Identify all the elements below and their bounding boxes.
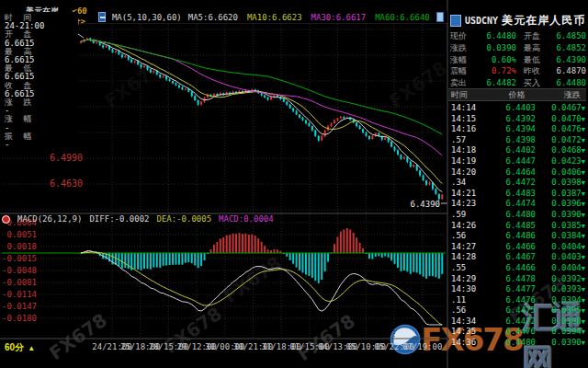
candle-body	[159, 75, 161, 77]
macd-hist-bar	[169, 253, 171, 265]
tick-row[interactable]: 14:276.44660.0404▼	[448, 242, 586, 253]
tick-price: 6.4478	[484, 274, 536, 285]
tick-price: 6.4480	[484, 338, 536, 349]
period-selector[interactable]: 60分 ▲	[5, 341, 35, 354]
candle-body	[419, 170, 421, 175]
tick-change: 0.0404▼	[536, 242, 586, 253]
tick-row[interactable]: 14:266.44850.0385▼	[448, 221, 586, 232]
ma-legend-item: MA60:6.6640	[375, 13, 430, 22]
tick-row[interactable]: .566.44750.0395▼	[448, 305, 586, 316]
tick-price: 6.4467	[484, 252, 536, 263]
tick-time: 14:29	[448, 274, 484, 285]
tick-price: 6.4464	[484, 167, 536, 178]
tick-row[interactable]: .556.44660.0404▼	[448, 263, 586, 274]
tick-time: 14:21	[448, 189, 484, 200]
macd-hist-bar	[336, 236, 338, 253]
tick-row[interactable]: .576.43980.0472▼	[448, 135, 586, 146]
ma-legend: MA5:6.6620MA10:6.6623MA30:6.6617MA60:6.6…	[188, 13, 430, 22]
tick-time: .55	[448, 263, 484, 274]
tick-change: 0.0406▼	[536, 167, 586, 178]
macd-hist-bar	[318, 253, 320, 283]
macd-hist-bar	[181, 253, 183, 265]
tick-row[interactable]: 14:156.43920.0470▼	[448, 114, 586, 125]
tick-row[interactable]: 14:286.44670.0403▼	[448, 252, 586, 263]
tick-row[interactable]: .346.44720.0398▼	[448, 178, 586, 189]
tick-row[interactable]: 14:236.44740.0396▼	[448, 199, 586, 210]
macd-hist-bar	[235, 234, 237, 253]
candle-body	[200, 102, 202, 105]
tick-row[interactable]: 14:306.44770.0393▼	[448, 284, 586, 295]
candle-body	[106, 46, 107, 48]
quote-doc-icon[interactable]	[450, 15, 461, 27]
tick-row[interactable]: 14:296.44780.0392▼	[448, 274, 586, 285]
quote-field-value: 6.4480	[474, 30, 516, 42]
candle-body	[343, 117, 345, 119]
macd-hist-bar	[305, 253, 307, 274]
macd-hist-bar	[165, 253, 167, 266]
tick-change: 0.0398▼	[536, 316, 586, 328]
tick-row[interactable]: 14:146.44030.0467▼	[448, 103, 586, 114]
macd-hist-bar	[277, 249, 278, 253]
candle-body	[181, 87, 183, 89]
tick-row[interactable]: 14:206.44640.0406▼	[448, 167, 586, 178]
tick-row[interactable]: 14:196.44470.0423▼	[448, 156, 586, 167]
tick-time: 14:27	[448, 242, 484, 253]
price-axis-label: 6.4630	[50, 178, 83, 189]
candle-body	[102, 45, 104, 47]
macd-hist-bar	[216, 242, 218, 253]
macd-marker-icon[interactable]	[2, 215, 10, 224]
candle-body	[121, 54, 123, 57]
macd-hist-bar	[390, 253, 392, 260]
macd-hist-bar	[185, 253, 187, 263]
macd-hist-bar	[204, 253, 206, 260]
tick-row[interactable]: 14:216.44830.0387▼	[448, 189, 586, 200]
down-arrow-icon: ▼	[582, 254, 585, 261]
tick-time: 14:35	[448, 327, 484, 338]
macd-hist-bar	[254, 236, 256, 253]
tick-time: 14:19	[448, 156, 484, 167]
candle-body	[277, 96, 278, 98]
tick-change: 0.0476▼	[536, 124, 586, 135]
tick-row[interactable]: .596.44800.0390▼	[448, 210, 586, 221]
diagonal-watermark: FX678	[45, 309, 111, 364]
macd-hist-bar	[302, 253, 304, 272]
tick-row[interactable]: .566.44860.0384▼	[448, 231, 586, 242]
quote-panel-header: USDCNY 美元在岸人民币	[450, 13, 588, 29]
tick-price: 6.4474	[484, 199, 536, 210]
tick-time: 14:20	[448, 167, 484, 178]
tick-price: 6.4483	[484, 189, 536, 200]
panel-toggle-icon[interactable]	[436, 12, 444, 22]
candle-body	[429, 182, 431, 184]
chart-type-icon[interactable]	[98, 12, 106, 22]
macd-hist-bar	[239, 233, 241, 253]
quote-field-label: 涨跌	[450, 42, 474, 54]
candle-body	[362, 129, 364, 132]
tick-price: 6.4398	[484, 135, 536, 146]
candle-body	[172, 81, 174, 83]
down-arrow-icon: ▼	[582, 116, 585, 123]
tick-row[interactable]: 14:346.44720.0398▼	[448, 316, 586, 328]
tick-price: 6.4392	[484, 114, 536, 125]
tick-row[interactable]: 14:166.43940.0476▼	[448, 124, 586, 135]
down-arrow-icon: ▼	[582, 276, 585, 283]
candle-body	[134, 61, 136, 63]
candle-body	[86, 39, 88, 40]
candle-body	[150, 70, 152, 73]
macd-hist-bar	[232, 234, 234, 253]
tick-row[interactable]: 14:366.44800.0390▼	[448, 338, 586, 349]
macd-hist-bar	[441, 253, 443, 274]
tick-change: 0.0390▼	[536, 210, 586, 221]
tick-column-header: 价格	[488, 89, 546, 100]
sidebar-field-label: 涨 幅	[5, 115, 78, 123]
candle-body	[336, 118, 338, 120]
tick-row[interactable]: 14:186.44020.0468▼	[448, 145, 586, 156]
macd-hist-bar	[324, 253, 326, 271]
candle-body	[403, 156, 405, 158]
macd-hist-bar	[175, 253, 177, 265]
down-arrow-icon: ▼	[582, 105, 585, 112]
tick-row[interactable]: .116.44760.0394▼	[448, 295, 586, 306]
candle-body	[299, 115, 300, 118]
macd-hist-bar	[299, 253, 300, 270]
diagonal-watermark: FX678	[100, 57, 166, 112]
tick-row[interactable]: 14:356.44760.0394▼	[448, 327, 586, 338]
